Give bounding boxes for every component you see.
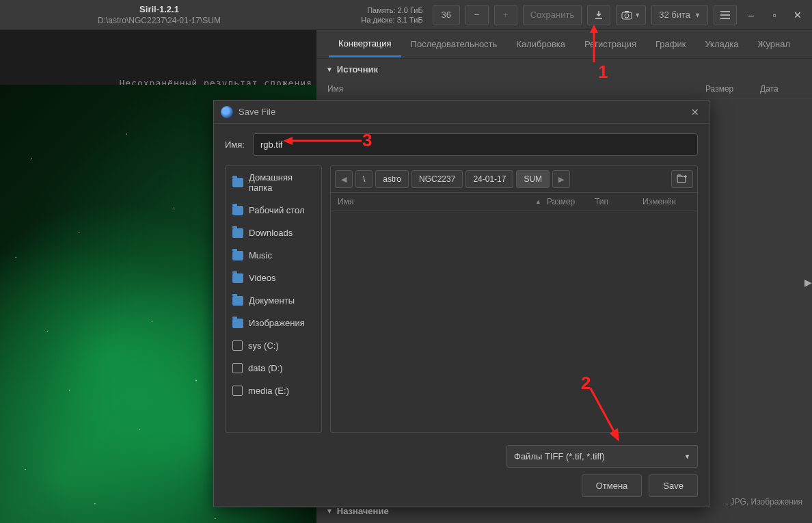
- tab-stacking[interactable]: Укладка: [695, 32, 748, 56]
- cancel-button[interactable]: Отмена: [582, 474, 642, 497]
- new-folder-button[interactable]: [671, 170, 693, 188]
- breadcrumb-ngc[interactable]: NGC2237: [411, 170, 463, 188]
- file-list-area[interactable]: [331, 211, 697, 432]
- source-section-header[interactable]: ▼ Источник: [316, 59, 812, 80]
- col-header-name[interactable]: Имя: [327, 84, 705, 94]
- place-documents[interactable]: Документы: [226, 289, 321, 312]
- breadcrumb-astro[interactable]: astro: [375, 170, 409, 188]
- chevron-down-icon: ▼: [326, 66, 333, 73]
- folder-icon: [232, 273, 243, 283]
- tab-registration[interactable]: Регистрация: [575, 32, 646, 56]
- hamburger-icon: [720, 11, 730, 19]
- drive-icon: [232, 363, 243, 373]
- memory-info: Память: 2.0 ГиБ На диске: 3.1 ТиБ: [361, 5, 422, 25]
- file-browser: ◀ \ astro NGC2237 24-01-17 SUM ▶ Имя▲ Ра…: [330, 165, 698, 433]
- folder-icon: [232, 206, 243, 215]
- breadcrumb-sum[interactable]: SUM: [516, 170, 550, 188]
- breadcrumb-date[interactable]: 24-01-17: [465, 170, 513, 188]
- breadcrumb-bar: ◀ \ astro NGC2237 24-01-17 SUM ▶: [331, 166, 697, 193]
- places-sidebar: Домашняя папка Рабочий стол Downloads Mu…: [225, 165, 322, 433]
- app-path: D:\astro\NGC2237\24-01-17\SUM: [5, 16, 313, 25]
- svg-point-1: [625, 14, 629, 18]
- disk-label: На диске: 3.1 ТиБ: [361, 15, 422, 25]
- tab-plot[interactable]: График: [646, 32, 695, 56]
- place-drive-d[interactable]: data (D:): [226, 357, 321, 379]
- drive-icon: [232, 386, 243, 396]
- sort-asc-icon: ▲: [535, 198, 541, 205]
- siril-app-icon: [221, 106, 233, 118]
- folder-icon: [232, 251, 243, 260]
- breadcrumb-root[interactable]: \: [355, 170, 373, 188]
- file-columns: Имя▲ Размер Тип Изменён: [331, 193, 697, 211]
- minus-button[interactable]: −: [465, 5, 489, 25]
- folder-icon: [232, 319, 243, 328]
- svg-rect-2: [625, 11, 629, 12]
- col-header-date[interactable]: Дата: [760, 84, 801, 94]
- file-type-dropdown[interactable]: Файлы TIFF (*.tif, *.tiff) ▼: [506, 445, 698, 468]
- col-header-size[interactable]: Размер: [705, 84, 760, 94]
- folder-icon: [232, 178, 243, 187]
- place-downloads[interactable]: Downloads: [226, 222, 321, 244]
- new-folder-icon: [677, 174, 688, 184]
- window-maximize[interactable]: ▫: [766, 10, 783, 21]
- place-music[interactable]: Music: [226, 244, 321, 267]
- fcol-size[interactable]: Размер: [547, 197, 595, 206]
- dialog-titlebar[interactable]: Save File ✕: [214, 100, 709, 124]
- download-icon: [593, 10, 604, 21]
- filename-input[interactable]: [253, 133, 698, 156]
- tab-calibration[interactable]: Калибровка: [506, 32, 575, 56]
- source-columns: Имя Размер Дата: [316, 80, 812, 98]
- place-desktop[interactable]: Рабочий стол: [226, 199, 321, 222]
- place-pictures[interactable]: Изображения: [226, 312, 321, 334]
- svg-rect-3: [677, 176, 686, 183]
- header-bar: Siril-1.2.1 D:\astro\NGC2237\24-01-17\SU…: [0, 0, 812, 30]
- bit-depth-dropdown[interactable]: 32 бита ▼: [651, 5, 708, 25]
- counter-field[interactable]: 36: [433, 5, 460, 25]
- chevron-down-icon: ▼: [694, 12, 701, 18]
- snapshot-button[interactable]: ▼: [616, 5, 646, 25]
- folder-icon: [232, 228, 243, 238]
- save-button[interactable]: Сохранить: [523, 5, 582, 25]
- window-minimize[interactable]: –: [742, 10, 760, 21]
- dialog-close-button[interactable]: ✕: [688, 104, 702, 120]
- tabs-bar: Конвертация Последовательность Калибровк…: [316, 30, 812, 59]
- fcol-name[interactable]: Имя: [338, 197, 353, 206]
- window-close[interactable]: ✕: [789, 10, 807, 21]
- download-icon-button[interactable]: [587, 5, 610, 25]
- tab-conversion[interactable]: Конвертация: [329, 31, 401, 57]
- filename-label: Имя:: [225, 139, 245, 150]
- header-title: Siril-1.2.1 D:\astro\NGC2237\24-01-17\SU…: [5, 4, 313, 25]
- panel-collapse-arrow[interactable]: ▶: [804, 277, 812, 288]
- dialog-title: Save File: [239, 107, 688, 117]
- folder-icon: [232, 296, 243, 306]
- memory-label: Память: 2.0 ГиБ: [361, 5, 422, 15]
- place-home[interactable]: Домашняя папка: [226, 166, 321, 199]
- save-file-dialog: Save File ✕ Имя: Домашняя папка Рабочий …: [213, 100, 709, 507]
- nav-back-button[interactable]: ◀: [335, 170, 353, 188]
- hamburger-menu-button[interactable]: [714, 5, 737, 25]
- plus-button[interactable]: +: [494, 5, 517, 25]
- place-videos[interactable]: Videos: [226, 267, 321, 289]
- drive-icon: [232, 340, 243, 351]
- nav-forward-button[interactable]: ▶: [552, 170, 570, 188]
- chevron-down-icon: ▼: [634, 12, 640, 18]
- chevron-down-icon: ▼: [326, 507, 333, 515]
- chevron-down-icon: ▼: [684, 453, 690, 460]
- fcol-type[interactable]: Тип: [595, 197, 642, 206]
- confirm-save-button[interactable]: Save: [649, 474, 698, 497]
- place-drive-e[interactable]: media (E:): [226, 379, 321, 402]
- app-name: Siril-1.2.1: [5, 4, 313, 14]
- fcol-modified[interactable]: Изменён: [642, 197, 690, 206]
- tab-sequence[interactable]: Последовательность: [401, 32, 507, 56]
- place-drive-c[interactable]: sys (C:): [226, 334, 321, 357]
- camera-icon: [621, 10, 632, 20]
- tab-log[interactable]: Журнал: [748, 32, 800, 56]
